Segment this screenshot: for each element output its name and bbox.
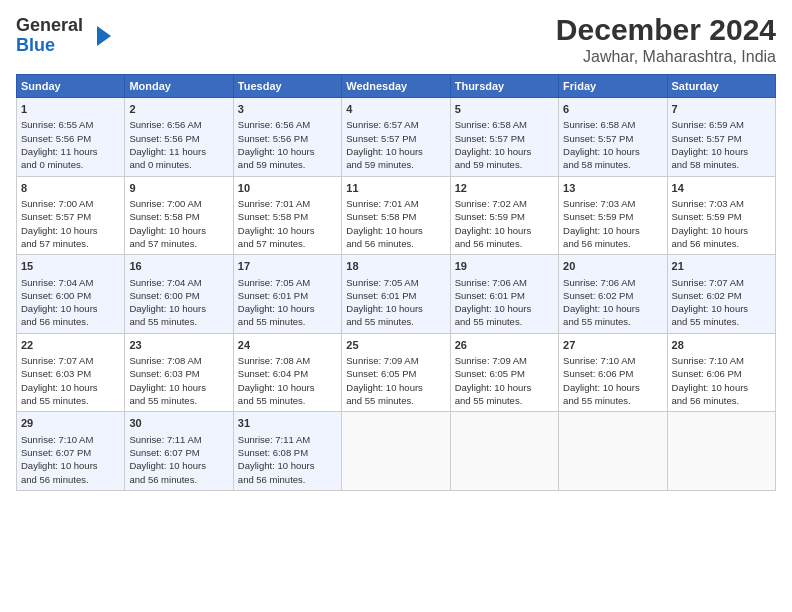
table-cell: 22Sunrise: 7:07 AMSunset: 6:03 PMDayligh… [17, 333, 125, 412]
day-info-line: Sunrise: 6:59 AM [672, 118, 771, 131]
day-info-line: Daylight: 10 hours [238, 224, 337, 237]
table-cell: 19Sunrise: 7:06 AMSunset: 6:01 PMDayligh… [450, 255, 558, 334]
day-number: 13 [563, 181, 662, 196]
table-cell: 4Sunrise: 6:57 AMSunset: 5:57 PMDaylight… [342, 98, 450, 177]
day-number: 7 [672, 102, 771, 117]
day-info-line: Sunrise: 6:58 AM [455, 118, 554, 131]
table-cell: 24Sunrise: 7:08 AMSunset: 6:04 PMDayligh… [233, 333, 341, 412]
day-info-line: Daylight: 11 hours [129, 145, 228, 158]
day-number: 16 [129, 259, 228, 274]
table-cell: 27Sunrise: 7:10 AMSunset: 6:06 PMDayligh… [559, 333, 667, 412]
day-info-line: and 59 minutes. [455, 158, 554, 171]
day-info-line: Sunset: 6:02 PM [672, 289, 771, 302]
table-row: 15Sunrise: 7:04 AMSunset: 6:00 PMDayligh… [17, 255, 776, 334]
day-info-line: and 55 minutes. [238, 394, 337, 407]
day-info-line: Sunrise: 7:11 AM [129, 433, 228, 446]
day-number: 10 [238, 181, 337, 196]
table-cell: 5Sunrise: 6:58 AMSunset: 5:57 PMDaylight… [450, 98, 558, 177]
col-tuesday: Tuesday [233, 75, 341, 98]
table-cell: 20Sunrise: 7:06 AMSunset: 6:02 PMDayligh… [559, 255, 667, 334]
day-info-line: Sunset: 6:03 PM [21, 367, 120, 380]
table-cell: 12Sunrise: 7:02 AMSunset: 5:59 PMDayligh… [450, 176, 558, 255]
day-info-line: Sunset: 6:06 PM [563, 367, 662, 380]
day-info-line: Sunset: 5:59 PM [455, 210, 554, 223]
day-info-line: and 59 minutes. [238, 158, 337, 171]
day-info-line: Daylight: 10 hours [672, 145, 771, 158]
table-cell [342, 412, 450, 491]
table-cell [559, 412, 667, 491]
day-info-line: Sunset: 6:06 PM [672, 367, 771, 380]
day-info-line: Sunrise: 7:06 AM [455, 276, 554, 289]
day-info-line: Sunset: 5:57 PM [346, 132, 445, 145]
day-info-line: Daylight: 10 hours [129, 224, 228, 237]
table-cell: 2Sunrise: 6:56 AMSunset: 5:56 PMDaylight… [125, 98, 233, 177]
day-info-line: Sunrise: 7:07 AM [21, 354, 120, 367]
logo-text-general: General [16, 16, 83, 36]
table-cell: 29Sunrise: 7:10 AMSunset: 6:07 PMDayligh… [17, 412, 125, 491]
col-friday: Friday [559, 75, 667, 98]
day-info-line: Daylight: 10 hours [21, 224, 120, 237]
day-number: 22 [21, 338, 120, 353]
day-info-line: and 55 minutes. [238, 315, 337, 328]
day-info-line: Sunset: 5:58 PM [238, 210, 337, 223]
day-info-line: Daylight: 10 hours [455, 145, 554, 158]
table-cell: 18Sunrise: 7:05 AMSunset: 6:01 PMDayligh… [342, 255, 450, 334]
logo-icon [87, 22, 115, 50]
day-info-line: Sunrise: 7:10 AM [672, 354, 771, 367]
day-info-line: Sunset: 5:59 PM [672, 210, 771, 223]
day-info-line: Daylight: 10 hours [21, 381, 120, 394]
day-info-line: Daylight: 10 hours [563, 224, 662, 237]
day-info-line: and 56 minutes. [455, 237, 554, 250]
day-info-line: and 59 minutes. [346, 158, 445, 171]
day-info-line: Sunrise: 7:08 AM [238, 354, 337, 367]
day-info-line: Sunset: 6:05 PM [455, 367, 554, 380]
day-number: 25 [346, 338, 445, 353]
day-number: 24 [238, 338, 337, 353]
table-cell: 6Sunrise: 6:58 AMSunset: 5:57 PMDaylight… [559, 98, 667, 177]
table-cell: 30Sunrise: 7:11 AMSunset: 6:07 PMDayligh… [125, 412, 233, 491]
day-info-line: Sunset: 5:56 PM [21, 132, 120, 145]
calendar-table: Sunday Monday Tuesday Wednesday Thursday… [16, 74, 776, 491]
day-info-line: Sunset: 6:00 PM [21, 289, 120, 302]
col-wednesday: Wednesday [342, 75, 450, 98]
day-info-line: Daylight: 10 hours [672, 224, 771, 237]
day-number: 29 [21, 416, 120, 431]
day-info-line: Sunrise: 7:04 AM [21, 276, 120, 289]
day-info-line: Sunset: 5:58 PM [346, 210, 445, 223]
table-cell: 9Sunrise: 7:00 AMSunset: 5:58 PMDaylight… [125, 176, 233, 255]
table-cell: 13Sunrise: 7:03 AMSunset: 5:59 PMDayligh… [559, 176, 667, 255]
day-info-line: and 55 minutes. [129, 315, 228, 328]
table-cell: 3Sunrise: 6:56 AMSunset: 5:56 PMDaylight… [233, 98, 341, 177]
day-info-line: Sunrise: 7:01 AM [238, 197, 337, 210]
day-info-line: and 55 minutes. [21, 394, 120, 407]
day-info-line: Daylight: 10 hours [672, 302, 771, 315]
day-info-line: and 56 minutes. [21, 315, 120, 328]
day-number: 2 [129, 102, 228, 117]
day-info-line: Daylight: 10 hours [346, 145, 445, 158]
day-info-line: and 56 minutes. [129, 473, 228, 486]
day-number: 15 [21, 259, 120, 274]
day-number: 9 [129, 181, 228, 196]
day-info-line: and 56 minutes. [672, 394, 771, 407]
day-info-line: and 57 minutes. [21, 237, 120, 250]
table-cell: 16Sunrise: 7:04 AMSunset: 6:00 PMDayligh… [125, 255, 233, 334]
table-row: 1Sunrise: 6:55 AMSunset: 5:56 PMDaylight… [17, 98, 776, 177]
table-cell: 8Sunrise: 7:00 AMSunset: 5:57 PMDaylight… [17, 176, 125, 255]
day-info-line: Sunset: 6:00 PM [129, 289, 228, 302]
title-block: December 2024 Jawhar, Maharashtra, India [556, 12, 776, 66]
day-info-line: Daylight: 10 hours [455, 302, 554, 315]
day-info-line: Daylight: 10 hours [129, 459, 228, 472]
day-info-line: Sunset: 6:03 PM [129, 367, 228, 380]
day-info-line: Sunrise: 7:10 AM [21, 433, 120, 446]
day-info-line: and 56 minutes. [672, 237, 771, 250]
day-number: 19 [455, 259, 554, 274]
day-number: 4 [346, 102, 445, 117]
day-info-line: Sunrise: 7:01 AM [346, 197, 445, 210]
table-header-row: Sunday Monday Tuesday Wednesday Thursday… [17, 75, 776, 98]
table-cell: 1Sunrise: 6:55 AMSunset: 5:56 PMDaylight… [17, 98, 125, 177]
day-info-line: Sunrise: 7:09 AM [346, 354, 445, 367]
day-info-line: and 56 minutes. [238, 473, 337, 486]
day-info-line: Daylight: 10 hours [455, 224, 554, 237]
day-info-line: and 55 minutes. [129, 394, 228, 407]
day-info-line: and 55 minutes. [455, 315, 554, 328]
